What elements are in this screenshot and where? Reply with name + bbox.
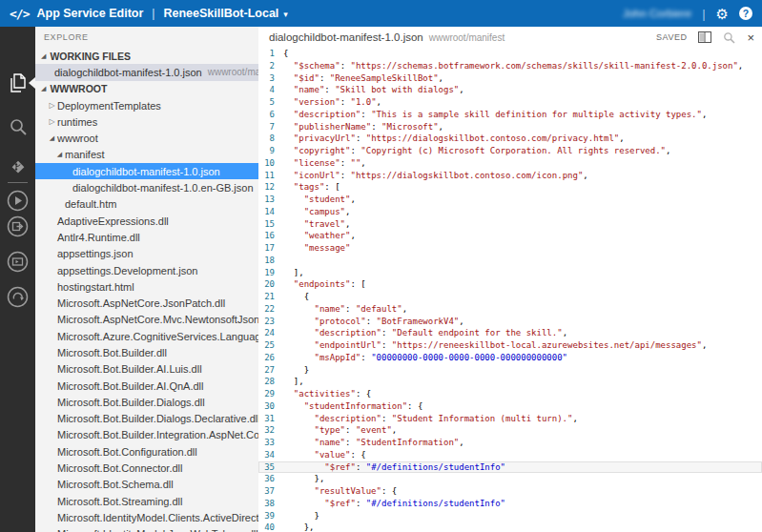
line-number: 18 — [258, 255, 283, 267]
gear-icon[interactable]: ⚙ — [716, 7, 729, 21]
code-line[interactable]: 31 "description": "Student Information (… — [258, 413, 762, 425]
tree-item[interactable]: Microsoft.IdentityModel.Clients.ActiveDi… — [35, 509, 258, 525]
line-number: 19 — [258, 267, 283, 279]
code-line[interactable]: 16 "weather", — [258, 230, 762, 242]
tree-item[interactable]: Microsoft.Bot.Builder.dll — [35, 344, 258, 360]
code-line[interactable]: 23 "protocol": "BotFrameworkV4", — [258, 316, 762, 328]
search-icon[interactable] — [0, 113, 35, 141]
tree-item[interactable]: Microsoft.Bot.Schema.dll — [35, 477, 258, 493]
tree-item[interactable]: dialogchildbot-manifest-1.0.en-GB.json — [35, 179, 258, 195]
user-name: John Corbiere — [623, 8, 691, 19]
code-line[interactable]: 1{ — [258, 48, 762, 60]
code-line[interactable]: 29 "activities": { — [258, 388, 762, 400]
run-icon[interactable] — [0, 186, 35, 215]
working-file-item[interactable]: dialogchildbot-manifest-1.0.jsonwwwroot/… — [35, 64, 258, 80]
tree-item[interactable]: hostingstart.html — [35, 278, 258, 295]
code-text: "activities": { — [283, 388, 762, 400]
code-text: "student", — [283, 194, 762, 206]
line-number: 5 — [258, 96, 283, 109]
code-line[interactable]: 21 { — [258, 291, 762, 303]
restart-icon[interactable] — [0, 282, 35, 311]
open-external-icon[interactable] — [0, 212, 35, 240]
code-line[interactable]: 15 "travel", — [258, 218, 762, 231]
code-line[interactable]: 17 "message" — [258, 242, 762, 255]
code-line[interactable]: 24 "description": "Default endpoint for … — [258, 327, 762, 339]
tree-item[interactable]: Microsoft.IdentityModel.JsonWebTokens.dl… — [35, 526, 258, 532]
tree-item[interactable]: Microsoft.Bot.Builder.Dialogs.Declarativ… — [35, 411, 258, 427]
tree-item[interactable]: AdaptiveExpressions.dll — [35, 213, 258, 229]
code-line[interactable]: 5 "version": "1.0", — [258, 96, 762, 109]
code-line[interactable]: 25 "endpointUrl": "https://reneeskillbot… — [258, 339, 762, 352]
code-line[interactable]: 38 "$ref": "#/definitions/studentInfo" — [258, 498, 762, 510]
console-icon[interactable] — [0, 247, 35, 276]
code-line[interactable]: 28 ], — [258, 376, 762, 388]
code-line[interactable]: 13 "student", — [258, 194, 762, 206]
code-line[interactable]: 12 "tags": [ — [258, 181, 762, 194]
code-line[interactable]: 34 "value": { — [258, 449, 762, 461]
code-line[interactable]: 8 "privacyUrl": "https://dialogskillbot.… — [258, 133, 762, 145]
tree-item[interactable]: default.htm — [35, 196, 258, 213]
help-icon[interactable]: ? — [739, 7, 752, 20]
code-line[interactable]: 26 "msAppId": "00000000-0000-0000-0000-0… — [258, 352, 762, 364]
code-line[interactable]: 18 — [258, 255, 762, 267]
git-icon[interactable] — [0, 153, 35, 181]
tree-folder[interactable]: ▷runtimes — [35, 113, 258, 130]
tree-item-label: appsettings.json — [57, 248, 134, 259]
tree-item[interactable]: Microsoft.Bot.Streaming.dll — [35, 493, 258, 509]
search-file-icon[interactable] — [723, 31, 735, 44]
line-number: 17 — [258, 242, 283, 255]
code-line[interactable]: 3 "$id": "ReneeSampleSkillBot", — [258, 72, 762, 85]
code-line[interactable]: 33 "name": "StudentInformation", — [258, 437, 762, 449]
code-text: ], — [283, 267, 762, 279]
code-line[interactable]: 2 "$schema": "https://schemas.botframewo… — [258, 60, 762, 72]
code-line[interactable]: 32 "type": "event", — [258, 424, 762, 437]
tree-folder[interactable]: ▷DeploymentTemplates — [35, 97, 258, 113]
code-line[interactable]: 39 } — [258, 510, 762, 522]
code-line[interactable]: 22 "name": "default", — [258, 303, 762, 316]
code-line[interactable]: 4 "name": "Skill bot with dialogs", — [258, 84, 762, 96]
tree-folder[interactable]: ◢manifest — [35, 147, 258, 163]
folder-collapsed-icon[interactable]: ▷ — [47, 101, 57, 110]
code-line[interactable]: 40 }, — [258, 522, 762, 532]
code-line[interactable]: 27 } — [258, 364, 762, 377]
code-line[interactable]: 30 "studentInformation": { — [258, 400, 762, 413]
code-line[interactable]: 14 "campus", — [258, 206, 762, 218]
tree-item[interactable]: Microsoft.Bot.Builder.Integration.AspNet… — [35, 427, 258, 443]
app-title: App Service Editor — [36, 7, 143, 20]
working-files-section-header[interactable]: ◢ WORKING FILES — [35, 48, 258, 64]
chevron-down-icon[interactable]: ▾ — [283, 10, 288, 19]
code-line[interactable]: 19 ], — [258, 267, 762, 279]
tree-item[interactable]: Microsoft.Bot.Connector.dll — [35, 460, 258, 476]
tree-item[interactable]: Microsoft.AspNetCore.Mvc.NewtonsoftJson.… — [35, 312, 258, 328]
tree-item-label: dialogchildbot-manifest-1.0.json — [72, 166, 220, 177]
tree-item[interactable]: Microsoft.Azure.CognitiveServices.Langua… — [35, 328, 258, 344]
split-editor-icon[interactable] — [698, 31, 711, 43]
code-line[interactable]: 10 "license": "", — [258, 157, 762, 170]
code-line[interactable]: 6 "description": "This is a sample skill… — [258, 109, 762, 121]
tree-folder[interactable]: ◢wwwroot — [35, 130, 258, 146]
folder-collapsed-icon[interactable]: ▷ — [47, 117, 57, 126]
tree-item[interactable]: Microsoft.AspNetCore.JsonPatch.dll — [35, 295, 258, 311]
site-name-dropdown[interactable]: ReneeSkillBot-Local — [163, 7, 278, 20]
folder-expanded-icon[interactable]: ◢ — [54, 151, 65, 158]
code-text: "resultValue": { — [283, 485, 762, 498]
folder-expanded-icon[interactable]: ◢ — [47, 134, 57, 142]
code-line[interactable]: 37 "resultValue": { — [258, 485, 762, 498]
tree-item[interactable]: Microsoft.Bot.Builder.AI.Luis.dll — [35, 361, 258, 378]
close-icon[interactable]: × — [747, 31, 754, 44]
code-area[interactable]: 1{2 "$schema": "https://schemas.botframe… — [258, 48, 762, 532]
tree-item[interactable]: dialogchildbot-manifest-1.0.json — [35, 163, 258, 179]
tree-item[interactable]: Antlr4.Runtime.dll — [35, 229, 258, 245]
code-line[interactable]: 11 "iconUrl": "https://dialogskillbot.co… — [258, 170, 762, 182]
code-line[interactable]: 35 "$ref": "#/definitions/studentInfo" — [258, 461, 762, 474]
code-line[interactable]: 7 "publisherName": "Microsoft", — [258, 121, 762, 133]
code-line[interactable]: 20 "endpoints": [ — [258, 278, 762, 291]
tree-item[interactable]: appsettings.Development.json — [35, 262, 258, 278]
code-line[interactable]: 9 "copyright": "Copyright (c) Microsoft … — [258, 145, 762, 157]
tree-item[interactable]: Microsoft.Bot.Configuration.dll — [35, 443, 258, 460]
tree-item[interactable]: Microsoft.Bot.Builder.Dialogs.dll — [35, 394, 258, 410]
tree-item[interactable]: Microsoft.Bot.Builder.AI.QnA.dll — [35, 378, 258, 394]
code-line[interactable]: 36 }, — [258, 473, 762, 485]
tree-item[interactable]: appsettings.json — [35, 246, 258, 262]
wwwroot-section-header[interactable]: ◢ WWWROOT — [35, 81, 258, 97]
